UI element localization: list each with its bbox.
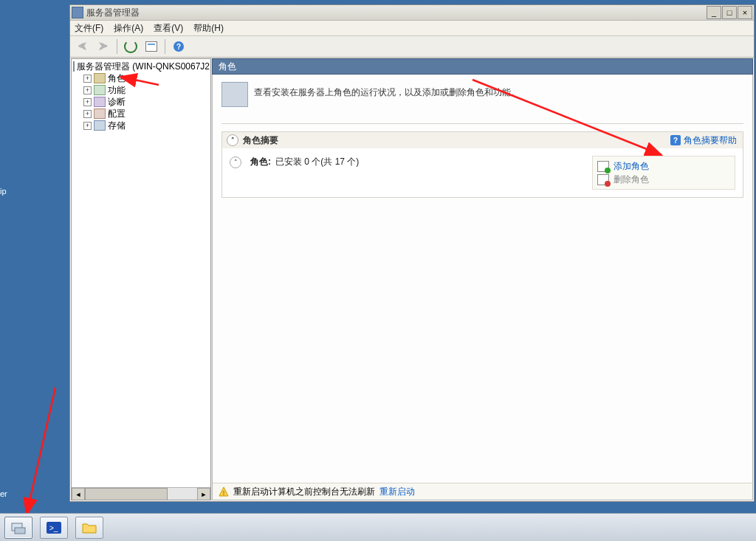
content-header: 角色	[212, 58, 753, 75]
tree-root[interactable]: 服务器管理器 (WIN-QNKS0067J2	[73, 61, 209, 72]
svg-rect-7	[15, 528, 25, 534]
svg-text:>_: >_	[49, 524, 58, 532]
panel-title: 角色摘要	[243, 134, 278, 147]
tree-item-roles[interactable]: +角色	[83, 72, 209, 84]
app-icon	[72, 7, 83, 18]
tree-label: 配置	[108, 108, 126, 120]
actions-box: 添加角色 删除角色	[592, 156, 735, 190]
menu-file[interactable]: 文件(F)	[75, 22, 103, 35]
back-button[interactable]: ⮜	[73, 38, 92, 55]
role-icon	[94, 73, 106, 83]
arrow-right-icon: ⮞	[98, 41, 109, 52]
properties-icon	[145, 41, 157, 52]
content-body: 查看安装在服务器上角色的运行状况，以及添加或删除角色和功能。 ˄ 角色摘要 ? …	[212, 75, 753, 500]
tree-item-features[interactable]: +功能	[83, 84, 209, 96]
refresh-button[interactable]	[121, 38, 140, 55]
refresh-icon	[124, 40, 137, 53]
status-text: 重新启动计算机之前控制台无法刷新	[233, 486, 375, 498]
scroll-left-button[interactable]: ◄	[72, 488, 85, 500]
add-role-action[interactable]: 添加角色	[597, 159, 730, 173]
menu-bar: 文件(F) 操作(A) 查看(V) 帮助(H)	[70, 21, 754, 36]
tree-label: 功能	[108, 84, 126, 97]
menu-help[interactable]: 帮助(H)	[193, 22, 224, 35]
summary-help-text: 角色摘要帮助	[684, 134, 737, 147]
folder-icon	[81, 520, 97, 535]
roles-large-icon	[221, 82, 248, 107]
minimize-button[interactable]: _	[707, 6, 721, 19]
remove-role-action[interactable]: 删除角色	[597, 173, 730, 186]
help-button[interactable]: ?	[169, 38, 188, 55]
horizontal-scrollbar[interactable]: ◄ ►	[72, 487, 210, 500]
collapse-button[interactable]: ˄	[230, 156, 241, 168]
add-role-icon	[597, 161, 609, 172]
titlebar[interactable]: 服务器管理器 _ □ ×	[70, 5, 754, 21]
expand-icon[interactable]: +	[83, 98, 92, 106]
tree-label: 诊断	[108, 96, 126, 108]
maximize-button[interactable]: □	[722, 6, 737, 19]
desktop-label: ip	[0, 187, 7, 196]
menu-action[interactable]: 操作(A)	[114, 22, 143, 35]
scroll-track[interactable]	[85, 488, 197, 500]
svg-text:!: !	[223, 489, 225, 497]
status-bar: ! 重新启动计算机之前控制台无法刷新 重新启动	[213, 483, 752, 500]
server-icon	[73, 61, 75, 72]
arrow-left-icon: ⮜	[78, 41, 88, 52]
summary-help-link[interactable]: ? 角色摘要帮助	[670, 134, 737, 147]
diagnostics-icon	[94, 97, 106, 107]
role-summary-panel: ˄ 角色摘要 ? 角色摘要帮助 ˄ 角色:	[221, 131, 743, 198]
menu-view[interactable]: 查看(V)	[154, 22, 183, 35]
expand-icon[interactable]: +	[83, 75, 92, 83]
help-icon: ?	[173, 41, 184, 52]
close-button[interactable]: ×	[738, 6, 752, 19]
tree-item-configuration[interactable]: +配置	[83, 108, 209, 120]
expand-icon[interactable]: +	[83, 110, 92, 118]
powershell-icon: >_	[46, 520, 62, 535]
taskbar-powershell[interactable]: >_	[40, 517, 68, 539]
taskbar-explorer[interactable]	[75, 517, 103, 539]
toolbar: ⮜ ⮞ ?	[70, 36, 754, 58]
feature-icon	[94, 85, 106, 95]
storage-icon	[94, 120, 106, 131]
tree-label: 存储	[108, 120, 126, 132]
navigation-tree: 服务器管理器 (WIN-QNKS0067J2 +角色 +功能 +诊断 +配置 +…	[71, 58, 211, 500]
forward-button[interactable]: ⮞	[94, 38, 113, 55]
remove-role-link[interactable]: 删除角色	[614, 173, 649, 186]
taskbar-server-manager[interactable]	[4, 517, 32, 539]
help-badge-icon: ?	[670, 135, 681, 145]
remove-role-icon	[597, 174, 609, 185]
tree-item-diagnostics[interactable]: +诊断	[83, 96, 209, 108]
properties-button[interactable]	[142, 38, 161, 55]
collapse-button[interactable]: ˄	[227, 134, 238, 146]
roles-status: 已安装 0 个(共 17 个)	[275, 156, 359, 168]
intro-text: 查看安装在服务器上角色的运行状况，以及添加或删除角色和功能。	[254, 82, 520, 99]
roles-subtitle: 角色:	[250, 156, 271, 168]
expand-icon[interactable]: +	[83, 122, 92, 130]
restart-link[interactable]: 重新启动	[379, 486, 415, 498]
tree-item-storage[interactable]: +存储	[83, 120, 209, 131]
server-manager-window: 服务器管理器 _ □ × 文件(F) 操作(A) 查看(V) 帮助(H) ⮜ ⮞…	[69, 4, 755, 502]
taskbar[interactable]: >_	[0, 513, 756, 541]
scroll-thumb[interactable]	[85, 488, 168, 500]
window-title: 服务器管理器	[86, 7, 706, 19]
warning-icon: !	[219, 486, 229, 497]
desktop-label: er	[0, 489, 7, 498]
tree-root-label: 服务器管理器 (WIN-QNKS0067J2	[77, 61, 210, 73]
svg-line-5	[27, 387, 55, 514]
scroll-right-button[interactable]: ►	[197, 488, 210, 500]
configuration-icon	[94, 108, 106, 119]
add-role-link[interactable]: 添加角色	[614, 160, 649, 173]
tree-label: 角色	[108, 72, 126, 85]
expand-icon[interactable]: +	[83, 86, 92, 94]
server-manager-icon	[10, 520, 27, 535]
